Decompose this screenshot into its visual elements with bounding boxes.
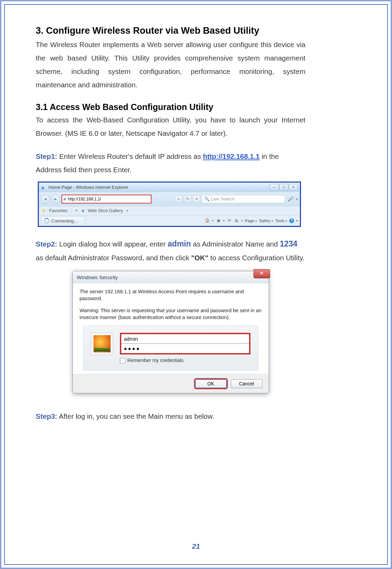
ie-small-icon: e — [82, 208, 84, 213]
ie-favorites-bar: ★ Favorites ✦ e Web Slice Gallery ▾ — [39, 206, 300, 216]
dialog-body: The server 192.168.1.1 at Wireless Acces… — [73, 283, 269, 374]
chevron-down-icon: ▾ — [178, 197, 180, 201]
ie-page-icon: e — [64, 197, 66, 201]
dialog-message-1: The server 192.168.1.1 at Wireless Acces… — [80, 288, 262, 302]
ok-emphasis: "OK" — [191, 254, 208, 262]
step2-text-c: as default Administrator Password, and t… — [36, 254, 191, 262]
step3-label: Step3: — [36, 412, 57, 420]
credentials-highlight-box — [120, 333, 250, 354]
section-title: 3. Configure Wireless Router via Web Bas… — [36, 25, 305, 36]
help-dropdown-icon[interactable]: ▾ — [296, 219, 298, 222]
ie-logo-icon: e — [42, 185, 46, 190]
address-input[interactable] — [67, 196, 149, 202]
refresh-button[interactable]: ↻ — [184, 195, 191, 203]
address-bar[interactable]: e — [61, 195, 152, 204]
dialog-titlebar: Windows Security ✕ — [73, 271, 269, 283]
default-ip-link[interactable]: http://192.168.1.1 — [203, 152, 260, 160]
checkbox-icon — [120, 358, 125, 363]
help-icon[interactable]: ? — [289, 218, 294, 223]
favorites-star-icon[interactable]: ★ — [42, 208, 46, 213]
dialog-close-button[interactable]: ✕ — [254, 269, 270, 278]
remember-credentials-checkbox[interactable]: Remember my credentials — [120, 357, 250, 364]
address-dropdown-button[interactable]: ▾ — [175, 195, 182, 203]
step2-text-d: to access Configuration Utility. — [209, 254, 305, 262]
document-page: 3. Configure Wireless Router via Web Bas… — [0, 0, 392, 569]
ie-titlebar: e Home Page - Windows Internet Explorer … — [39, 183, 300, 192]
dialog-footer: OK Cancel — [73, 374, 269, 393]
page-inner-border: 3. Configure Wireless Router via Web Bas… — [4, 4, 388, 565]
window-close-button[interactable]: ✕ — [289, 184, 298, 190]
credentials-panel: Remember my credentials — [83, 326, 258, 371]
print-icon[interactable]: 🖶 — [234, 218, 239, 223]
browser-tab[interactable]: Connecting... — [41, 216, 85, 225]
feeds-icon[interactable]: ▣ — [216, 218, 221, 223]
step2-paragraph: Step2: Login dialog box will appear, ent… — [36, 237, 305, 265]
mail-icon[interactable]: ✉ — [227, 218, 232, 223]
password-field[interactable] — [121, 344, 249, 353]
favorites-label[interactable]: Favorites — [49, 208, 67, 213]
document-content: 3. Configure Wireless Router via Web Bas… — [36, 25, 305, 423]
stop-button[interactable]: ✕ — [193, 195, 200, 203]
search-placeholder: Live Search — [211, 196, 235, 201]
avatar-image — [93, 335, 111, 352]
back-button[interactable]: ◄ — [41, 195, 50, 204]
tab-label: Connecting... — [51, 218, 78, 223]
window-maximize-button[interactable]: ▢ — [279, 184, 288, 190]
step2-text-b: as Administrator Name and — [191, 240, 280, 248]
page-number: 21 — [5, 542, 387, 550]
dialog-message-2: Warning: This server is requesting that … — [80, 307, 262, 321]
feeds-dropdown-icon[interactable]: ▾ — [223, 219, 225, 222]
password-emphasis: 1234 — [280, 239, 297, 248]
tools-menu[interactable]: Tools ▾ — [275, 219, 287, 223]
page-menu[interactable]: Page ▾ — [245, 219, 257, 223]
dialog-title: Windows Security — [77, 274, 118, 280]
safety-menu[interactable]: Safety ▾ — [259, 219, 273, 223]
separator — [71, 208, 71, 214]
webslice-dropdown-icon[interactable]: ▾ — [126, 209, 128, 212]
home-dropdown-icon[interactable]: ▾ — [212, 219, 214, 222]
windows-security-dialog: Windows Security ✕ The server 192.168.1.… — [72, 271, 269, 393]
step1-paragraph: Step1: Enter Wireless Router's default I… — [36, 150, 305, 177]
ie-tab-bar: Connecting... 🏠▾ ▣▾ ✉ 🖶▾ Page ▾ Safety ▾… — [39, 216, 300, 226]
cancel-button[interactable]: Cancel — [231, 379, 262, 388]
step1-label: Step1: — [36, 152, 57, 160]
ie-window-title: Home Page - Windows Internet Explorer — [48, 185, 128, 190]
credential-fields: Remember my credentials — [120, 333, 250, 364]
search-box[interactable]: 🔍 Live Search — [202, 195, 285, 203]
loading-spinner-icon — [44, 218, 49, 223]
web-slice-gallery-link[interactable]: Web Slice Gallery — [88, 208, 123, 213]
step2-text-a: Login dialog box will appear, enter — [57, 240, 168, 248]
subsection-body: To access the Web-Based Configuration Ut… — [36, 113, 305, 140]
search-submit-icon[interactable]: 🔎 — [287, 196, 295, 201]
admin-emphasis: admin — [168, 239, 191, 248]
window-minimize-button[interactable]: — — [270, 184, 279, 190]
search-icon: 🔍 — [204, 196, 210, 201]
step2-label: Step2: — [36, 240, 57, 248]
step3-paragraph: Step3: After log in, you can see the Mai… — [36, 410, 305, 423]
ok-button[interactable]: OK — [195, 379, 227, 388]
section-body: The Wireless Router implements a Web ser… — [36, 38, 305, 92]
username-field[interactable] — [121, 334, 249, 344]
subsection-title: 3.1 Access Web Based Configuration Utili… — [36, 102, 305, 112]
ie-window: e Home Page - Windows Internet Explorer … — [38, 182, 301, 227]
step1-text-a: Enter Wireless Router's default IP addre… — [57, 152, 203, 160]
ie-nav-bar: ◄ ► e ▾ ↻ ✕ 🔍 Live Search 🔎 ▾ — [39, 192, 300, 206]
suggested-sites-icon[interactable]: ✦ — [75, 208, 78, 213]
remember-label: Remember my credentials — [127, 357, 183, 364]
forward-button[interactable]: ► — [51, 195, 60, 204]
step3-text: After log in, you can see the Main menu … — [57, 412, 214, 420]
search-dropdown-icon[interactable]: ▾ — [296, 197, 298, 201]
print-dropdown-icon[interactable]: ▾ — [241, 219, 243, 222]
ie-command-bar: 🏠▾ ▣▾ ✉ 🖶▾ Page ▾ Safety ▾ Tools ▾ ?▾ — [205, 218, 298, 223]
user-avatar — [91, 333, 113, 355]
home-icon[interactable]: 🏠 — [205, 218, 210, 223]
